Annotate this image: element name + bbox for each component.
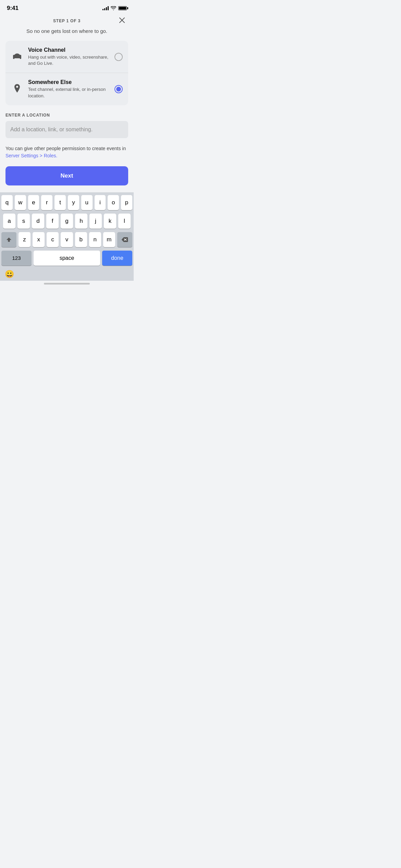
key-x[interactable]: x — [33, 232, 45, 247]
somewhere-else-text: Somewhere Else Text channel, external li… — [28, 79, 110, 99]
somewhere-else-title: Somewhere Else — [28, 79, 110, 85]
key-e[interactable]: e — [28, 195, 39, 210]
key-c[interactable]: c — [47, 232, 59, 247]
key-y[interactable]: y — [68, 195, 79, 210]
key-shift[interactable] — [1, 232, 16, 247]
key-m[interactable]: m — [103, 232, 115, 247]
key-space[interactable]: space — [34, 251, 100, 266]
key-d[interactable]: d — [32, 214, 44, 229]
key-h[interactable]: h — [75, 214, 87, 229]
step-label: STEP 1 OF 3 — [53, 19, 81, 23]
key-w[interactable]: w — [15, 195, 26, 210]
key-p[interactable]: p — [121, 195, 132, 210]
somewhere-else-option[interactable]: Somewhere Else Text channel, external li… — [5, 73, 128, 105]
shift-icon — [6, 237, 12, 243]
voice-channel-title: Voice Channel — [28, 47, 110, 53]
status-icons — [102, 6, 127, 10]
backspace-icon — [121, 237, 128, 242]
key-done[interactable]: done — [102, 251, 132, 266]
key-k[interactable]: k — [104, 214, 116, 229]
location-label: ENTER A LOCATION — [5, 113, 128, 118]
key-q[interactable]: q — [1, 195, 13, 210]
key-numbers[interactable]: 123 — [1, 251, 32, 266]
keyboard-emoji-row: 😀 — [1, 268, 132, 279]
key-l[interactable]: l — [118, 214, 131, 229]
home-indicator — [0, 281, 134, 286]
key-f[interactable]: f — [46, 214, 59, 229]
emoji-key[interactable]: 😀 — [5, 270, 14, 279]
voice-channel-option[interactable]: Voice Channel Hang out with voice, video… — [5, 41, 128, 73]
key-z[interactable]: z — [19, 232, 31, 247]
wifi-icon — [111, 6, 116, 10]
voice-channel-icon — [11, 51, 23, 63]
voice-channel-text: Voice Channel Hang out with voice, video… — [28, 47, 110, 67]
somewhere-else-icon — [11, 83, 23, 95]
svg-point-2 — [16, 86, 18, 88]
keyboard-row-3: z x c v b n m — [1, 232, 132, 247]
subtitle-text: So no one gets lost on where to go. — [0, 26, 134, 41]
location-input[interactable] — [10, 126, 123, 133]
key-v[interactable]: v — [61, 232, 73, 247]
key-s[interactable]: s — [17, 214, 30, 229]
key-o[interactable]: o — [108, 195, 119, 210]
status-time: 9:41 — [7, 5, 19, 12]
header: STEP 1 OF 3 — [0, 14, 134, 26]
close-icon — [119, 17, 125, 23]
status-bar: 9:41 — [0, 0, 134, 14]
permission-text: You can give other people permission to … — [5, 145, 128, 159]
battery-icon — [118, 6, 127, 10]
close-button[interactable] — [117, 15, 127, 25]
key-a[interactable]: a — [3, 214, 15, 229]
location-section: ENTER A LOCATION — [5, 113, 128, 138]
keyboard-bottom-row: 123 space done — [1, 251, 132, 266]
key-j[interactable]: j — [89, 214, 102, 229]
permission-static-text: You can give other people permission to … — [5, 146, 126, 151]
somewhere-else-desc: Text channel, external link, or in-perso… — [28, 86, 110, 99]
keyboard: q w e r t y u i o p a s d f g h j k l z … — [0, 192, 134, 281]
voice-channel-radio[interactable] — [114, 53, 123, 61]
key-b[interactable]: b — [75, 232, 87, 247]
home-bar — [44, 283, 90, 285]
signal-icon — [102, 6, 109, 10]
key-i[interactable]: i — [95, 195, 106, 210]
key-t[interactable]: t — [54, 195, 66, 210]
keyboard-row-1: q w e r t y u i o p — [1, 195, 132, 210]
key-u[interactable]: u — [81, 195, 93, 210]
key-n[interactable]: n — [89, 232, 101, 247]
key-backspace[interactable] — [117, 232, 132, 247]
location-input-wrap[interactable] — [5, 121, 128, 138]
voice-channel-desc: Hang out with voice, video, screenshare,… — [28, 54, 110, 67]
key-g[interactable]: g — [61, 214, 73, 229]
server-settings-link[interactable]: Server Settings > Roles. — [5, 153, 57, 158]
next-button[interactable]: Next — [5, 166, 128, 185]
somewhere-else-radio[interactable] — [114, 85, 123, 93]
keyboard-row-2: a s d f g h j k l — [1, 214, 132, 229]
key-r[interactable]: r — [41, 195, 52, 210]
options-card: Voice Channel Hang out with voice, video… — [5, 41, 128, 105]
